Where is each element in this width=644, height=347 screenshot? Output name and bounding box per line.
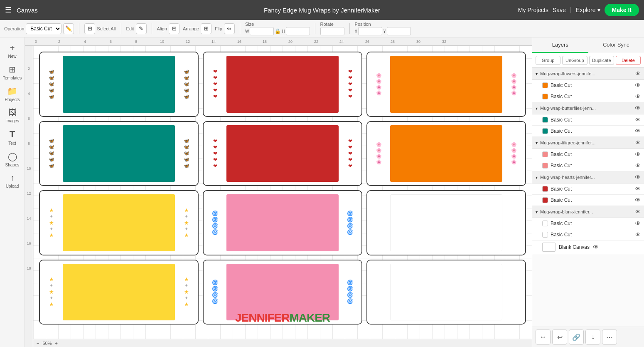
mug-wrap-teal-2[interactable]: 🦋🦋🦋🦋🦋 🦋🦋🦋🦋🦋 <box>39 121 199 186</box>
layer-item-flowers-2[interactable]: Basic Cut 👁 <box>532 91 644 102</box>
arrange-icon[interactable]: ⊞ <box>201 23 211 34</box>
layer-item-butterflies-2[interactable]: Basic Cut 👁 <box>532 126 644 137</box>
explore-button[interactable]: Explore ▾ <box>576 7 600 13</box>
zoom-level: 50% <box>42 341 52 346</box>
layer-item-flowers-1[interactable]: Basic Cut 👁 <box>532 80 644 91</box>
align-icon[interactable]: ⊟ <box>169 23 179 34</box>
mug-wrap-teal-1[interactable]: 🦋🦋🦋🦋🦋 🦋🦋🦋🦋🦋 <box>39 52 199 117</box>
mug-wrap-white-2[interactable] <box>366 260 526 325</box>
flowers-item-eye-2[interactable]: 👁 <box>635 93 641 100</box>
pen-icon[interactable]: ✏️ <box>63 23 74 34</box>
mug-wrap-red-1[interactable]: ❤❤❤❤❤ ❤❤❤❤❤ <box>203 52 362 117</box>
mug-wrap-white-1[interactable] <box>366 190 526 255</box>
canvas-bottom-bar: − 50% + <box>33 339 532 347</box>
hearts-item-eye-1[interactable]: 👁 <box>635 186 641 192</box>
mug-wrap-yellow-2[interactable]: ★✦★✦★ ★✦★✦★ <box>39 260 199 325</box>
layer-item-filigree-1[interactable]: Basic Cut 👁 <box>532 149 644 160</box>
flowers-section-name: Mug-wrap-flowers-jennife... <box>540 71 632 76</box>
group-button[interactable]: Group <box>536 56 560 65</box>
butterflies-item-eye-1[interactable]: 👁 <box>635 116 641 123</box>
zoom-out-icon[interactable]: − <box>37 341 39 346</box>
filigree-eye-icon[interactable]: 👁 <box>635 139 641 146</box>
butterflies-item-eye-2[interactable]: 👁 <box>635 128 641 134</box>
hamburger-icon[interactable]: ☰ <box>5 5 12 15</box>
select-all-button[interactable]: ⊞ <box>84 23 95 34</box>
canvas-content[interactable]: 🦋🦋🦋🦋🦋 🦋🦋🦋🦋🦋 ❤❤❤❤❤ ❤❤❤❤❤ <box>33 46 532 339</box>
footer-icon-resize[interactable]: ↔ <box>536 330 551 345</box>
flowers-eye-icon[interactable]: 👁 <box>635 70 641 77</box>
layer-section-hearts[interactable]: ▾ Mug-wrap-hearts-jennifer... 👁 <box>532 171 644 183</box>
mug-wrap-yellow-1[interactable]: ★✦★✦★ ★✦★✦★ <box>39 190 199 255</box>
blank-item-eye-1[interactable]: 👁 <box>635 220 641 227</box>
blank-canvas-label: Blank Canvas <box>559 244 590 250</box>
layer-item-hearts-1[interactable]: Basic Cut 👁 <box>532 183 644 195</box>
sidebar-item-text[interactable]: T Text <box>2 126 23 148</box>
my-projects-link[interactable]: My Projects <box>518 7 548 13</box>
layer-item-butterflies-1[interactable]: Basic Cut 👁 <box>532 114 644 126</box>
sidebar-item-projects[interactable]: 📁 Projects <box>2 84 23 104</box>
filigree-section-name: Mug-wrap-filigree-jennifer... <box>540 140 632 145</box>
sidebar-item-shapes[interactable]: ◯ Shapes <box>2 149 23 170</box>
edit-group: Edit ✎ <box>126 23 147 34</box>
make-it-button[interactable]: Make It <box>605 4 639 16</box>
mug-wrap-orange-1[interactable]: 🌸🌸🌸🌸 🌸🌸🌸🌸 <box>366 52 526 117</box>
mug-wrap-red-2[interactable]: ❤❤❤❤❤ ❤❤❤❤❤ <box>203 121 362 186</box>
hearts-item-eye-2[interactable]: 👁 <box>635 197 641 203</box>
layer-section-flowers[interactable]: ▾ Mug-wrap-flowers-jennife... 👁 <box>532 68 644 80</box>
filigree-item-eye-1[interactable]: 👁 <box>635 151 641 158</box>
filigree-item-name-2: Basic Cut <box>551 163 632 169</box>
y-input[interactable] <box>387 27 411 35</box>
delete-button[interactable]: Delete <box>616 56 641 65</box>
canvas-area[interactable]: 0 2 4 6 8 10 12 14 16 18 20 22 24 26 28 … <box>25 37 532 347</box>
operation-select[interactable]: Basic Cut <box>26 23 61 34</box>
blank-eye-icon[interactable]: 👁 <box>635 208 641 215</box>
save-button[interactable]: Save <box>553 7 566 13</box>
flowers-item-eye-1[interactable]: 👁 <box>635 82 641 89</box>
ungroup-button[interactable]: UnGroup <box>562 56 587 65</box>
blank-canvas-eye-icon[interactable]: 👁 <box>593 244 599 250</box>
w-label: W <box>245 29 249 34</box>
layer-section-blank[interactable]: ▾ Mug-wrap-blank-jennifer... 👁 <box>532 206 644 218</box>
hearts-section-name: Mug-wrap-hearts-jennifer... <box>540 175 632 180</box>
layer-item-filigree-2[interactable]: Basic Cut 👁 <box>532 160 644 171</box>
layer-item-blank-1[interactable]: Basic Cut 👁 <box>532 218 644 229</box>
butterflies-eye-icon[interactable]: 👁 <box>635 105 641 112</box>
height-input[interactable] <box>286 27 310 35</box>
sidebar-label-images: Images <box>5 119 19 123</box>
zoom-in-icon[interactable]: + <box>55 341 57 346</box>
mug-wrap-pink-1[interactable]: 🌀🌀🌀🌀 🌀🌀🌀🌀 <box>203 190 362 255</box>
layer-section-butterflies[interactable]: ▾ Mug-wrap-butterflies-jenn... 👁 <box>532 102 644 114</box>
blank-item-name-2: Basic Cut <box>551 232 632 238</box>
tab-layers[interactable]: Layers <box>532 37 588 53</box>
mug-wrap-orange-2[interactable]: 🌸🌸🌸🌸 🌸🌸🌸🌸 <box>366 121 526 186</box>
x-input[interactable] <box>358 27 382 35</box>
blank-item-eye-2[interactable]: 👁 <box>635 231 641 238</box>
select-all-label: Select All <box>97 26 116 31</box>
sidebar-item-templates[interactable]: ⊞ Templates <box>2 62 23 83</box>
sidebar-item-upload[interactable]: ↑ Upload <box>2 171 23 191</box>
sidebar-item-images[interactable]: 🖼 Images <box>2 105 23 126</box>
mug-wrap-pink-2[interactable]: 🌀🌀🌀🌀 🌀🌀🌀🌀 <box>203 260 362 325</box>
hearts-eye-icon[interactable]: 👁 <box>635 174 641 181</box>
position-label: Position <box>355 22 411 27</box>
chevron-down-blank: ▾ <box>536 210 538 214</box>
footer-icon-link[interactable]: 🔗 <box>569 330 584 345</box>
layer-section-filigree[interactable]: ▾ Mug-wrap-filigree-jennifer... 👁 <box>532 137 644 149</box>
footer-icon-more[interactable]: ⋯ <box>602 330 617 345</box>
width-input[interactable] <box>250 27 274 35</box>
filigree-color-1 <box>542 151 548 157</box>
layer-item-hearts-2[interactable]: Basic Cut 👁 <box>532 195 644 206</box>
nav-divider: | <box>570 6 572 14</box>
duplicate-button[interactable]: Duplicate <box>589 56 614 65</box>
flip-icon[interactable]: ⇔ <box>224 23 235 34</box>
edit-icon[interactable]: ✎ <box>136 23 147 34</box>
footer-icon-download[interactable]: ↓ <box>585 330 600 345</box>
footer-icon-undo[interactable]: ↩ <box>552 330 567 345</box>
blank-canvas-item[interactable]: Blank Canvas 👁 <box>532 240 644 254</box>
sidebar-item-new[interactable]: + New <box>2 41 23 61</box>
tab-color-sync[interactable]: Color Sync <box>588 37 644 53</box>
filigree-item-eye-2[interactable]: 👁 <box>635 162 641 169</box>
blank-section-name: Mug-wrap-blank-jennifer... <box>540 209 632 214</box>
rotate-input[interactable] <box>320 27 344 35</box>
layer-item-blank-2[interactable]: Basic Cut 👁 <box>532 229 644 240</box>
